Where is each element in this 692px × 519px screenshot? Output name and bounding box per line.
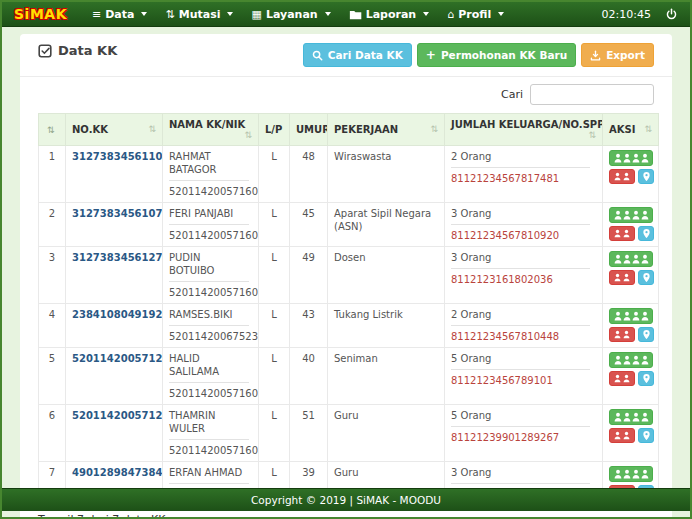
person-icon — [641, 355, 649, 365]
person-icon — [614, 469, 622, 479]
logout-power-button[interactable] — [665, 8, 678, 21]
family-members-button[interactable] — [609, 150, 653, 166]
kk-number-link[interactable]: 490128984738490 — [72, 467, 163, 478]
check-square-icon — [38, 44, 52, 58]
location-button[interactable] — [638, 169, 654, 184]
copyright-text: Copyright © 2019 | SiMAK - MOODU — [251, 494, 441, 506]
person-icon — [614, 431, 621, 440]
parents-button[interactable] — [609, 327, 635, 342]
person-icon — [641, 254, 649, 264]
kk-head-name: HALID SALILAMA — [169, 352, 249, 383]
chevron-down-icon — [498, 12, 504, 16]
person-icon — [632, 210, 640, 220]
data-kk-table: ⇅ NO.KK⇅ NAMA KK/NIK⇅ L/P UMUR PEKERJAAN… — [38, 113, 659, 506]
column-header-umur[interactable]: UMUR — [290, 114, 328, 146]
menu-profil[interactable]: ⌂ Profil — [438, 5, 513, 24]
parents-button[interactable] — [609, 226, 635, 241]
parents-button[interactable] — [609, 371, 635, 386]
person-icon — [623, 172, 630, 181]
cari-data-kk-button[interactable]: Cari Data KK — [303, 43, 412, 67]
export-label: Export — [606, 49, 645, 61]
location-button[interactable] — [638, 270, 654, 285]
kk-number-link[interactable]: 5201142005712377 — [72, 410, 163, 421]
sort-arrows-icon: ⇅ — [165, 8, 174, 21]
age-cell: 51 — [290, 405, 328, 462]
permohonan-kk-baru-button[interactable]: + Permohonan KK Baru — [417, 43, 576, 67]
column-header-jumlah[interactable]: JUMLAH KELUARGA/NO.SPPT⇅ — [445, 114, 603, 146]
menu-layanan[interactable]: ▦ Layanan — [242, 5, 339, 24]
folder-icon — [349, 9, 362, 20]
sort-icon: ⇅ — [588, 130, 596, 140]
occupation-cell: Aparat Sipil Negara (ASN) — [328, 203, 445, 247]
person-icon — [614, 254, 622, 264]
top-navbar: SiMAK ≡ Data ⇅ Mutasi ▦ Layanan Laporan … — [2, 2, 690, 27]
person-icon — [641, 153, 649, 163]
person-icon — [623, 412, 631, 422]
menu-data[interactable]: ≡ Data — [83, 5, 156, 24]
family-members-button[interactable] — [609, 308, 653, 324]
kk-number-link[interactable]: 5201142005712345 — [72, 353, 163, 364]
column-header-lp[interactable]: L/P — [259, 114, 290, 146]
sort-icon: ⇅ — [644, 124, 652, 134]
kk-head-nik: 5201142005716009 — [169, 387, 252, 400]
person-icon — [614, 273, 621, 282]
sort-icon: ⇅ — [430, 124, 438, 134]
column-header-pekerjaan[interactable]: PEKERJAAN⇅ — [328, 114, 445, 146]
kk-number-link[interactable]: 238410804919275 — [72, 309, 163, 320]
map-marker-icon — [642, 329, 651, 340]
gender-cell: L — [259, 405, 290, 462]
search-label: Cari — [501, 88, 523, 101]
person-icon — [614, 330, 621, 339]
location-button[interactable] — [638, 371, 654, 386]
parents-button[interactable] — [609, 270, 635, 285]
row-index: 3 — [39, 247, 66, 304]
age-cell: 48 — [290, 146, 328, 203]
family-members-button[interactable] — [609, 466, 653, 482]
parents-button[interactable] — [609, 428, 635, 443]
family-members-button[interactable] — [609, 409, 653, 425]
kk-number-link[interactable]: 3127383456127532 — [72, 252, 163, 263]
occupation-cell: Dosen — [328, 247, 445, 304]
map-marker-icon — [642, 430, 651, 441]
kk-number-link[interactable]: 3127383456107622 — [72, 208, 163, 219]
gender-cell: L — [259, 146, 290, 203]
search-input[interactable] — [530, 84, 654, 105]
menu-laporan[interactable]: Laporan — [340, 5, 439, 24]
brand-logo[interactable]: SiMAK — [14, 6, 67, 22]
export-button[interactable]: Export — [581, 43, 654, 67]
column-header-no-kk[interactable]: NO.KK⇅ — [66, 114, 163, 146]
home-icon: ⌂ — [447, 8, 454, 21]
kk-head-nik: 5201142006752318 — [169, 330, 252, 343]
family-count: 5 Orang — [451, 352, 590, 370]
person-icon — [623, 210, 631, 220]
location-button[interactable] — [638, 226, 654, 241]
parents-button[interactable] — [609, 169, 635, 184]
family-members-button[interactable] — [609, 207, 653, 223]
column-header-index[interactable]: ⇅ — [39, 114, 66, 146]
row-index: 2 — [39, 203, 66, 247]
menu-mutasi-label: Mutasi — [179, 8, 221, 21]
person-icon — [623, 153, 631, 163]
kk-head-name: PUDIN BOTUIBO — [169, 251, 249, 282]
column-header-nama[interactable]: NAMA KK/NIK⇅ — [163, 114, 259, 146]
family-members-button[interactable] — [609, 251, 653, 267]
kk-number-link[interactable]: 3127383456110293 — [72, 151, 163, 162]
person-icon — [623, 254, 631, 264]
person-icon — [623, 229, 630, 238]
menu-mutasi[interactable]: ⇅ Mutasi — [156, 5, 242, 24]
cari-data-kk-label: Cari Data KK — [328, 49, 403, 61]
table-row: 5 5201142005712345 HALID SALILAMA 520114… — [39, 348, 659, 405]
location-button[interactable] — [638, 327, 654, 342]
sort-icon: ⇅ — [148, 124, 156, 134]
table-row: 4 238410804919275 RAMSES.BIKI 5201142006… — [39, 304, 659, 348]
column-header-aksi[interactable]: AKSI⇅ — [603, 114, 659, 146]
table-icon: ▦ — [251, 8, 261, 21]
menu-data-label: Data — [105, 8, 134, 21]
map-marker-icon — [642, 373, 651, 384]
table-row: 3 3127383456127532 PUDIN BOTUIBO 5201142… — [39, 247, 659, 304]
person-icon — [623, 330, 630, 339]
location-button[interactable] — [638, 428, 654, 443]
family-members-button[interactable] — [609, 352, 653, 368]
gender-cell: L — [259, 247, 290, 304]
row-index: 1 — [39, 146, 66, 203]
